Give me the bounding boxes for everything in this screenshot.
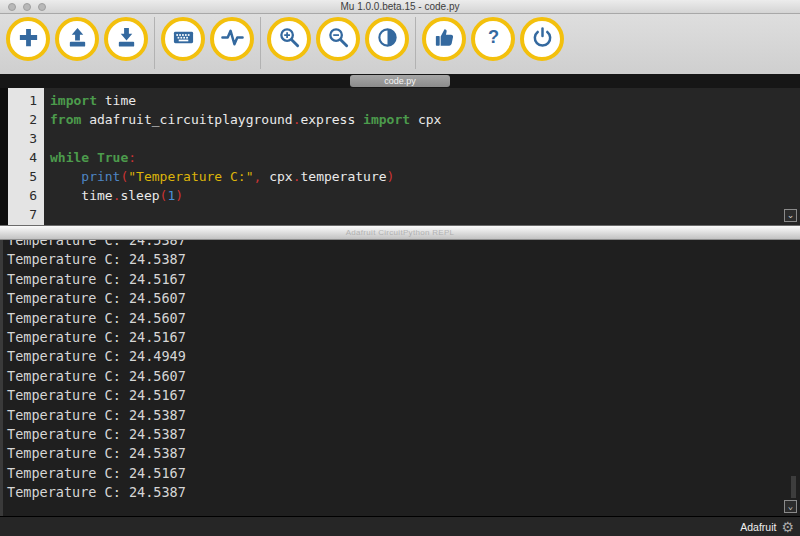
repl-button[interactable] — [161, 17, 205, 61]
console-line: Temperature C: 24.5387 — [7, 240, 800, 250]
zoom-in-button[interactable] — [267, 17, 311, 61]
console-line: Temperature C: 24.5607 — [7, 289, 800, 308]
status-bar: Adafruit ⚙ — [0, 516, 800, 536]
thumbs-up-icon — [433, 26, 456, 53]
window-title: Mu 1.0.0.beta.15 - code.py — [0, 1, 800, 12]
line-number-gutter: 1234567 — [8, 88, 44, 225]
editor-left-margin — [0, 88, 8, 225]
console-line: Temperature C: 24.5167 — [7, 328, 800, 347]
console-line: Temperature C: 24.5167 — [7, 270, 800, 289]
pulse-icon — [221, 26, 244, 53]
console-line: Temperature C: 24.5167 — [7, 386, 800, 405]
download-icon — [115, 26, 138, 53]
console-line: Temperature C: 24.4949 — [7, 347, 800, 366]
check-button[interactable] — [422, 17, 466, 61]
console-line: Temperature C: 24.5387 — [7, 250, 800, 269]
code-line: import time — [50, 91, 800, 110]
zoom-out-icon — [327, 26, 350, 53]
plus-icon — [17, 26, 40, 53]
serial-console[interactable]: Temperature C: 24.5387Temperature C: 24.… — [0, 240, 800, 516]
code-line: from adafruit_circuitplayground.express … — [50, 110, 800, 129]
code-line: while True: — [50, 148, 800, 167]
console-line: Temperature C: 24.5387 — [7, 406, 800, 425]
help-button[interactable]: ? — [471, 17, 515, 61]
question-icon: ? — [482, 26, 505, 53]
code-line: time.sleep(1) — [50, 186, 800, 205]
tab-code-py[interactable]: code.py — [350, 75, 450, 87]
toolbar-group-view — [260, 17, 415, 69]
code-line: print("Temperature C:", cpx.temperature) — [50, 167, 800, 186]
console-line: Temperature C: 24.5167 — [7, 464, 800, 483]
toolbar: ? — [0, 14, 800, 74]
code-text[interactable]: import timefrom adafruit_circuitplaygrou… — [44, 88, 800, 225]
code-editor[interactable]: 1234567 import timefrom adafruit_circuit… — [0, 88, 800, 225]
keyboard-icon — [172, 26, 195, 53]
console-output: Temperature C: 24.5387Temperature C: 24.… — [7, 240, 800, 503]
pane-splitter-handle[interactable]: Adafruit CircuitPython REPL — [0, 225, 800, 240]
console-line: Temperature C: 24.5387 — [7, 444, 800, 463]
code-line — [50, 205, 800, 224]
upload-icon — [66, 26, 89, 53]
editor-scroll-corner-icon[interactable]: ⌄ — [784, 209, 797, 222]
toolbar-group-files — [0, 17, 154, 69]
toolbar-group-device — [154, 17, 260, 69]
toolbar-group-misc: ? — [415, 17, 570, 69]
console-line: Temperature C: 24.5607 — [7, 309, 800, 328]
quit-button[interactable] — [520, 17, 564, 61]
console-scroll-corner-icon[interactable]: ⌄ — [784, 500, 797, 513]
splitter-label: Adafruit CircuitPython REPL — [346, 228, 455, 237]
load-button[interactable] — [55, 17, 99, 61]
titlebar: Mu 1.0.0.beta.15 - code.py — [0, 0, 800, 14]
new-button[interactable] — [6, 17, 50, 61]
contrast-icon — [376, 26, 399, 53]
console-line: Temperature C: 24.5387 — [7, 483, 800, 502]
tab-bar: code.py — [0, 74, 800, 88]
save-button[interactable] — [104, 17, 148, 61]
gear-icon[interactable]: ⚙ — [781, 520, 794, 534]
mu-editor-window: Mu 1.0.0.beta.15 - code.py — [0, 0, 800, 536]
console-line: Temperature C: 24.5387 — [7, 425, 800, 444]
zoom-in-icon — [278, 26, 301, 53]
mode-label[interactable]: Adafruit — [740, 521, 776, 533]
code-line — [50, 129, 800, 148]
theme-button[interactable] — [365, 17, 409, 61]
serial-button[interactable] — [210, 17, 254, 61]
power-icon — [531, 26, 554, 53]
console-line: Temperature C: 24.5607 — [7, 367, 800, 386]
svg-text:?: ? — [487, 27, 498, 47]
console-scrollbar[interactable] — [791, 476, 796, 498]
zoom-out-button[interactable] — [316, 17, 360, 61]
